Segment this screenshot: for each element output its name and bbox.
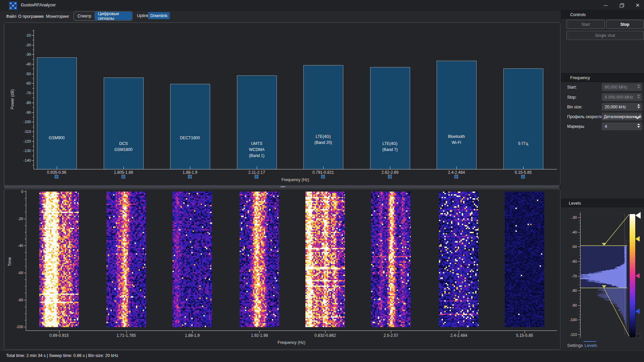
y-tick (32, 132, 34, 132)
x-tick (123, 166, 124, 169)
y-minor-tick (33, 117, 34, 117)
y-tick (32, 112, 34, 113)
spin-up-icon (637, 123, 640, 125)
band-legend-marker[interactable] (321, 175, 325, 178)
y-minor-tick (579, 255, 580, 256)
x-tick (391, 330, 391, 333)
band-legend-marker[interactable] (55, 175, 58, 178)
menu-monitoring[interactable]: Мониторинг (45, 13, 70, 19)
y-minor-tick (579, 223, 580, 223)
y-minor-tick (579, 220, 580, 221)
y-minor-tick (33, 165, 34, 165)
y-minor-tick (33, 40, 34, 40)
markers-field-label: Маркеры (567, 124, 584, 129)
y-tick (24, 192, 26, 192)
markers-field[interactable]: 4 (602, 122, 642, 130)
spectrum-y-axis-label: Power (dB) (10, 84, 15, 114)
colormap-marker[interactable] (635, 212, 641, 219)
x-category-label: 0.832-0.862 (302, 333, 349, 338)
y-minor-tick (579, 241, 580, 241)
y-minor-tick (25, 232, 26, 232)
band-legend-marker[interactable] (521, 175, 525, 178)
single-shot-button[interactable]: Single shot (566, 31, 644, 40)
y-minor-tick (25, 205, 26, 205)
stop-spinner[interactable] (637, 94, 640, 99)
band-legend-marker[interactable] (454, 175, 458, 178)
tab-settings[interactable]: Settings (567, 343, 583, 348)
spectrum-bar[interactable] (370, 67, 410, 169)
y-minor-tick (579, 294, 580, 294)
start-spinner[interactable] (637, 84, 640, 89)
y-minor-tick (25, 212, 26, 212)
y-minor-tick (579, 338, 580, 338)
y-minor-tick (579, 299, 580, 300)
spectrum-bar[interactable] (503, 68, 543, 169)
start-field[interactable]: 60,000 MHz (602, 83, 642, 91)
tab-spectrum[interactable]: Спектр (74, 12, 95, 20)
minimize-button[interactable] (601, 1, 611, 9)
band-legend-marker[interactable] (255, 175, 258, 178)
colormap-marker[interactable] (635, 273, 640, 278)
waterfall-band-heatmap (39, 192, 79, 327)
x-category-label: 0.791-0.821 (300, 170, 347, 175)
stop-field[interactable]: 6 000,000 MHz (602, 93, 642, 101)
y-minor-tick (25, 286, 26, 287)
bin-size-field-label: Bin size: (567, 105, 582, 109)
restore-button[interactable] (617, 1, 627, 9)
stop-button[interactable]: Stop (606, 20, 644, 29)
band-legend-marker[interactable] (188, 175, 192, 178)
y-minor-tick (25, 252, 26, 253)
spectrum-bar[interactable] (303, 65, 343, 169)
band-legend-marker[interactable] (121, 175, 125, 178)
y-tick (32, 141, 34, 142)
x-tick (325, 330, 326, 333)
start-button[interactable]: Start (566, 20, 605, 29)
spin-down-icon (637, 97, 640, 99)
close-button[interactable]: ✕ (633, 1, 643, 9)
markers-spinner[interactable] (637, 123, 640, 128)
spectrum-bar-label: GSM900 (33, 135, 80, 141)
x-tick (192, 330, 193, 333)
tab-levels[interactable]: Levels (585, 343, 597, 348)
colormap-marker[interactable] (635, 333, 640, 339)
y-minor-tick (579, 288, 580, 288)
x-category-label: 2.5-2.57 (367, 333, 414, 338)
band-legend-marker[interactable] (388, 175, 392, 178)
y-tick-label: -140 (18, 158, 31, 162)
y-minor-tick (33, 127, 34, 127)
titlebar (0, 0, 644, 11)
spectrum-bar[interactable] (170, 84, 210, 169)
menu-file[interactable]: Файл (5, 13, 18, 19)
y-tick (24, 300, 26, 300)
waterfall-band-heatmap (172, 192, 212, 327)
y-tick (32, 160, 34, 161)
waterfall-band-heatmap (240, 192, 279, 327)
start-field-value: 60,000 MHz (605, 85, 627, 90)
waterfall-y-axis (26, 190, 26, 330)
speed-profile-dropdown[interactable]: Детализированный (602, 113, 642, 120)
x-category-label: 2.4-2.484 (435, 333, 482, 338)
spectrum-bar[interactable] (437, 61, 477, 169)
colormap-marker[interactable] (635, 309, 640, 314)
tab-digital-signals[interactable]: Цифровые сигналы (95, 12, 132, 20)
x-category-label: 5.15-5.85 (501, 333, 548, 338)
colormap-marker[interactable] (635, 236, 640, 242)
spectrum-bar[interactable] (37, 57, 77, 169)
stop-field-label: Stop: (567, 95, 577, 100)
bin-size-spinner[interactable] (637, 104, 640, 108)
y-tick (32, 103, 34, 103)
levels-tab-indicator (584, 341, 596, 342)
spectrum-bar[interactable] (104, 77, 144, 169)
app-window: GustovRFAnalyzer ✕ Файл О программе Мони… (0, 0, 644, 362)
tab-downlink[interactable]: Downlink (148, 12, 170, 19)
bin-size-field[interactable]: 20,000 kHz (602, 103, 642, 111)
y-minor-tick (33, 146, 34, 146)
window-title: GustovRFAnalyzer (21, 3, 56, 7)
y-tick (578, 247, 580, 247)
menu-about[interactable]: О программе (17, 13, 45, 19)
bin-size-field-value: 20,000 kHz (605, 105, 626, 109)
y-tick (32, 35, 34, 36)
y-minor-tick (25, 307, 26, 307)
y-tick-label: -100 (566, 318, 577, 322)
spin-down-icon (637, 107, 640, 108)
